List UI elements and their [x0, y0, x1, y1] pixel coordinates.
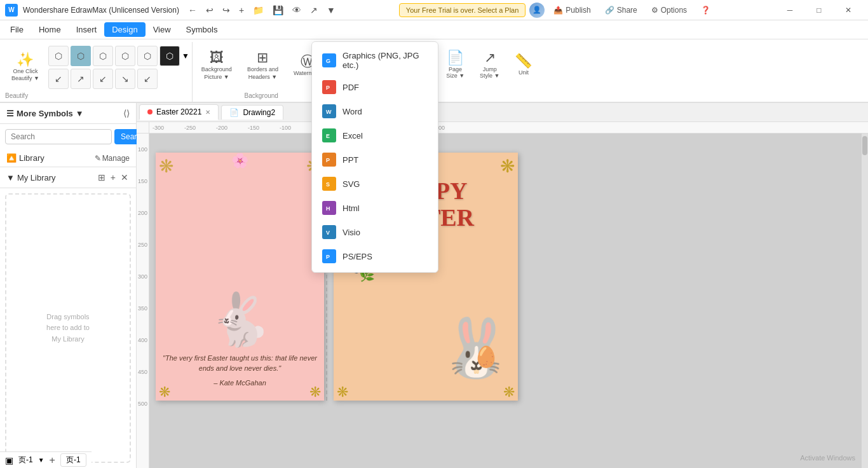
edit-icon: ✎ — [95, 154, 101, 163]
page-size-button[interactable]: 📄 PageSize ▼ — [440, 46, 471, 84]
back-btn[interactable]: ← — [184, 3, 201, 18]
style-btn-3[interactable]: ⬡ — [93, 46, 113, 66]
open-btn[interactable]: 📁 — [249, 3, 268, 18]
undo-redo-group: ← ↩ ↪ + 📁 💾 👁 ↗ ▼ — [184, 3, 339, 18]
ruler-canvas-container: -300 -250 -200 -150 -100 -50 250 300 100… — [137, 122, 868, 468]
page-size-icon: 📄 — [447, 51, 464, 65]
ruler-corner — [137, 122, 149, 134]
page-dropdown-btn[interactable]: ▼ — [38, 457, 44, 464]
close-button[interactable]: ✕ — [834, 0, 863, 20]
maximize-button[interactable]: □ — [804, 0, 834, 20]
beautify-label: Beautify — [5, 92, 189, 102]
export-btn[interactable]: ↗ — [306, 3, 322, 18]
style-btn-6[interactable]: ⬡ — [159, 46, 180, 66]
publish-icon: 📤 — [553, 6, 563, 15]
style-btn-4[interactable]: ⬡ — [115, 46, 135, 66]
menu-home[interactable]: Home — [31, 22, 69, 37]
unit-button[interactable]: 📏 Unit — [508, 49, 538, 81]
save-btn[interactable]: 💾 — [269, 3, 287, 18]
style-row2-btn-5[interactable]: ↙ — [137, 69, 158, 89]
tab-modified-indicator — [147, 109, 153, 114]
background-section: 🖼 BackgroundPicture ▼ ⊞ Borders andHeade… — [193, 42, 331, 102]
library-grid-view-btn[interactable]: ⊞ — [97, 171, 107, 184]
export-html[interactable]: H Html — [312, 196, 438, 220]
visio-icon: V — [322, 225, 336, 239]
excel-icon: E — [322, 128, 336, 142]
my-library-title: ▼ My Library — [6, 173, 56, 182]
chevron-down-icon: ▼ — [76, 109, 84, 118]
canvas-scroll: 100 150 200 250 300 350 400 450 500 ❋ — [137, 134, 868, 468]
style-row2-btn-2[interactable]: ↗ — [71, 69, 91, 89]
style-row2-btn-4[interactable]: ↘ — [115, 69, 135, 89]
export-svg[interactable]: S SVG — [312, 172, 438, 196]
svg-text:P: P — [326, 85, 330, 91]
redo-btn[interactable]: ↪ — [219, 3, 234, 18]
more-btn[interactable]: ▼ — [323, 3, 339, 18]
ps-icon: P — [322, 249, 336, 263]
options-button[interactable]: ⚙ Options — [646, 3, 692, 17]
export-word[interactable]: W Word — [312, 99, 438, 123]
svg-text:E: E — [326, 133, 330, 139]
menu-view[interactable]: View — [146, 22, 179, 37]
svg-text:G: G — [326, 58, 330, 64]
tab-easter[interactable]: Easter 20221 ✕ — [139, 104, 219, 120]
new-btn[interactable]: + — [235, 3, 248, 18]
menu-file[interactable]: File — [3, 22, 31, 37]
tab-close-btn[interactable]: ✕ — [205, 109, 210, 116]
search-row: Search — [0, 124, 136, 149]
library-label[interactable]: 🔼 Library — [6, 153, 44, 163]
style-row2-btn-1[interactable]: ↙ — [48, 69, 69, 89]
style-row2-btn-3[interactable]: ↙ — [93, 69, 113, 89]
search-input[interactable] — [5, 129, 112, 144]
style-btn-5[interactable]: ⬡ — [137, 46, 158, 66]
drag-symbols-area: Drag symbols here to add to My Library — [5, 193, 131, 463]
export-ppt[interactable]: P PPT — [312, 148, 438, 172]
manage-button[interactable]: ✎ Manage — [95, 154, 130, 163]
menu-symbols[interactable]: Symbols — [179, 22, 226, 37]
sidebar-header: ☰ More Symbols ▼ ⟨⟩ — [0, 103, 136, 124]
ruler-vertical: 100 150 200 250 300 350 400 450 500 — [137, 134, 149, 468]
background-picture-button[interactable]: 🖼 BackgroundPicture ▼ — [195, 46, 238, 86]
export-pdf[interactable]: P PDF — [312, 75, 438, 99]
publish-button[interactable]: 📤 Publish — [548, 3, 595, 17]
share-icon: 🔗 — [605, 6, 614, 15]
trial-button[interactable]: Your Free Trial is over. Select a Plan — [399, 3, 526, 17]
page-layout-btn[interactable]: ▣ — [5, 455, 13, 465]
menu-insert[interactable]: Insert — [69, 22, 105, 37]
share-button[interactable]: 🔗 Share — [600, 3, 642, 17]
canvas-drawing-area[interactable]: ❋ ❋ 🐇 "The very first Easter taught us t… — [149, 134, 862, 468]
export-graphics[interactable]: G Graphics (PNG, JPG etc.) — [312, 46, 438, 75]
borders-headers-button[interactable]: ⊞ Borders andHeaders ▼ — [241, 46, 285, 86]
graphics-icon: G — [322, 53, 336, 67]
scrollbar-thumb[interactable] — [862, 136, 867, 155]
expand-styles-btn[interactable]: ▼ — [182, 46, 189, 66]
style-btn-1[interactable]: ⬡ — [48, 46, 69, 66]
html-icon: H — [322, 201, 336, 215]
one-click-beautify-button[interactable]: ✨ One ClickBeautify ▼ — [5, 48, 46, 87]
export-ps-eps[interactable]: P PS/EPS — [312, 244, 438, 268]
sidebar-collapse-btn[interactable]: ⟨⟩ — [123, 108, 130, 118]
svg-text:V: V — [326, 230, 330, 236]
preview-btn[interactable]: 👁 — [288, 3, 305, 18]
sidebar-title: ☰ More Symbols ▼ — [6, 109, 84, 118]
style-btn-2[interactable]: ⬡ — [71, 46, 91, 66]
library-close-btn[interactable]: ✕ — [119, 171, 130, 184]
help-button[interactable]: ❓ — [696, 3, 715, 17]
my-library-actions: ⊞ + ✕ — [97, 171, 130, 184]
add-page-btn[interactable]: + — [50, 455, 55, 466]
title-bar: W Wondershare EdrawMax (Unlicensed Versi… — [0, 0, 868, 20]
tab-drawing2[interactable]: 📄 Drawing2 — [221, 105, 283, 120]
minimize-button[interactable]: ─ — [775, 0, 804, 20]
canvas-area: Easter 20221 ✕ 📄 Drawing2 -300 -250 -200… — [137, 103, 868, 468]
undo-btn[interactable]: ↩ — [202, 3, 217, 18]
gear-icon: ⚙ — [651, 6, 658, 15]
vertical-scrollbar[interactable] — [862, 134, 868, 468]
jump-icon: ↗ — [484, 51, 496, 65]
library-add-btn[interactable]: + — [109, 171, 117, 184]
style-buttons: ⬡ ⬡ ⬡ ⬡ ⬡ ⬡ ▼ ↙ ↗ ↙ ↘ ↙ — [48, 46, 189, 89]
menu-design[interactable]: Design — [104, 22, 145, 37]
jump-style-button[interactable]: ↗ JumpStyle ▼ — [473, 46, 506, 84]
export-visio[interactable]: V Visio — [312, 220, 438, 244]
export-excel[interactable]: E Excel — [312, 123, 438, 148]
bottom-page-bar: ▣ 页-1 ▼ + 页-1 — [0, 451, 92, 468]
